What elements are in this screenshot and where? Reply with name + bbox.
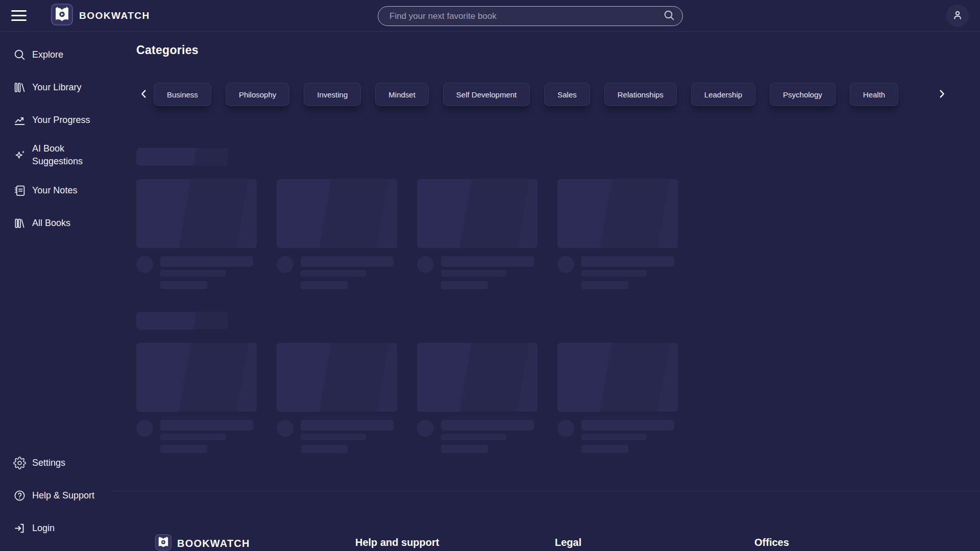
book-card-skeleton — [136, 343, 257, 453]
search-input[interactable] — [389, 11, 663, 21]
login-icon — [13, 521, 26, 535]
section-title-skeleton — [136, 312, 228, 330]
category-chip-leadership[interactable]: Leadership — [691, 83, 755, 106]
sidebar-nav: ExploreYour LibraryYour ProgressAI Book … — [0, 43, 111, 234]
author-avatar-skeleton — [277, 420, 293, 437]
meta-line-skeleton — [160, 445, 207, 453]
skeleton-section — [136, 312, 980, 453]
book-thumbnail-skeleton — [277, 179, 397, 248]
bookwatch-logo-icon — [155, 534, 172, 550]
footer-column-help: Help and support — [355, 534, 555, 548]
subtitle-line-skeleton — [160, 270, 226, 277]
subtitle-line-skeleton — [441, 270, 506, 277]
user-icon — [951, 9, 964, 23]
category-chip-health[interactable]: Health — [850, 83, 898, 106]
gear-icon — [13, 456, 26, 469]
chevron-left-icon — [138, 88, 150, 101]
sidebar-item-settings[interactable]: Settings — [0, 452, 111, 474]
sidebar-item-your-notes[interactable]: Your Notes — [0, 179, 111, 202]
sidebar-item-help-support[interactable]: Help & Support — [0, 484, 111, 507]
library-icon — [13, 81, 26, 94]
meta-line-skeleton — [441, 445, 488, 453]
bookwatch-logo-icon — [51, 4, 73, 28]
book-card-skeleton — [277, 179, 397, 289]
sidebar-item-ai-book-suggestions[interactable]: AI Book Suggestions — [0, 141, 111, 169]
title-line-skeleton — [160, 256, 253, 267]
carousel-left-button[interactable] — [136, 84, 152, 105]
book-card-skeleton — [417, 179, 537, 289]
book-card-skeleton — [557, 343, 678, 453]
footer-heading-legal: Legal — [555, 537, 754, 548]
subtitle-line-skeleton — [581, 270, 647, 277]
section-title-skeleton — [136, 148, 228, 166]
app-root: BOOKWATCH ExploreYour LibraryYour Progre… — [0, 0, 980, 551]
title-line-skeleton — [581, 256, 674, 267]
meta-line-skeleton — [301, 445, 348, 453]
meta-line-skeleton — [581, 281, 628, 289]
sidebar-item-login[interactable]: Login — [0, 517, 111, 539]
sidebar-item-explore[interactable]: Explore — [0, 43, 111, 66]
subtitle-line-skeleton — [581, 434, 647, 440]
book-thumbnail-skeleton — [557, 343, 678, 412]
category-chip-mindset[interactable]: Mindset — [375, 83, 429, 106]
author-avatar-skeleton — [277, 256, 293, 273]
subtitle-line-skeleton — [160, 434, 226, 440]
category-chip-investing[interactable]: Investing — [304, 83, 361, 106]
sparkles-icon — [13, 148, 26, 162]
body-row: ExploreYour LibraryYour ProgressAI Book … — [0, 32, 980, 551]
hamburger-menu-button[interactable] — [11, 8, 29, 23]
loading-sections — [136, 148, 980, 453]
main-content: Categories BusinessPhilosophyInvestingMi… — [111, 32, 980, 551]
meta-line-skeleton — [441, 281, 488, 289]
book-card-skeleton — [417, 343, 537, 453]
notes-icon — [13, 184, 26, 197]
author-avatar-skeleton — [557, 256, 574, 273]
category-chip-psychology[interactable]: Psychology — [770, 83, 836, 106]
search-icon — [13, 48, 26, 61]
book-card-skeleton — [277, 343, 397, 453]
book-thumbnail-skeleton — [136, 179, 257, 248]
author-avatar-skeleton — [417, 420, 434, 437]
book-card-skeleton — [557, 179, 678, 289]
footer-heading-help: Help and support — [355, 537, 555, 548]
book-thumbnail-skeleton — [557, 179, 678, 248]
book-thumbnail-skeleton — [277, 343, 397, 412]
footer-column-offices: Offices — [754, 534, 954, 548]
title-line-skeleton — [441, 420, 534, 431]
carousel-right-button[interactable] — [934, 84, 949, 105]
page-footer: BOOKWATCH Help and support Legal Offices — [111, 491, 980, 550]
author-avatar-skeleton — [136, 256, 153, 273]
page-title: Categories — [136, 43, 980, 57]
footer-inner: BOOKWATCH Help and support Legal Offices — [111, 491, 980, 550]
sidebar: ExploreYour LibraryYour ProgressAI Book … — [0, 32, 111, 551]
sidebar-item-your-library[interactable]: Your Library — [0, 76, 111, 98]
search-bar[interactable] — [378, 6, 683, 26]
footer-brand-logo[interactable]: BOOKWATCH — [155, 534, 355, 550]
category-chip-self-development[interactable]: Self Development — [443, 83, 530, 106]
title-line-skeleton — [160, 420, 253, 431]
sidebar-item-your-progress[interactable]: Your Progress — [0, 109, 111, 131]
sidebar-item-all-books[interactable]: All Books — [0, 212, 111, 234]
chevron-right-icon — [936, 88, 947, 101]
user-avatar-button[interactable] — [946, 5, 969, 27]
top-bar: BOOKWATCH — [0, 0, 980, 32]
title-line-skeleton — [581, 420, 674, 431]
category-chip-sales[interactable]: Sales — [544, 83, 590, 106]
title-line-skeleton — [301, 420, 394, 431]
progress-icon — [13, 113, 26, 127]
category-chip-business[interactable]: Business — [154, 83, 211, 106]
sidebar-bottom-nav: SettingsHelp & SupportLogin — [0, 452, 111, 539]
meta-line-skeleton — [160, 281, 207, 289]
help-icon — [13, 489, 26, 502]
brand-name: BOOKWATCH — [79, 10, 150, 21]
title-line-skeleton — [441, 256, 534, 267]
category-chip-list: BusinessPhilosophyInvestingMindsetSelf D… — [154, 83, 898, 106]
search-icon[interactable] — [663, 9, 675, 23]
category-chip-philosophy[interactable]: Philosophy — [226, 83, 289, 106]
book-thumbnail-skeleton — [417, 343, 537, 412]
category-chip-relationships[interactable]: Relationships — [604, 83, 677, 106]
brand-logo[interactable]: BOOKWATCH — [51, 4, 150, 28]
title-line-skeleton — [301, 256, 394, 267]
book-card-skeleton — [136, 179, 257, 289]
subtitle-line-skeleton — [441, 434, 506, 440]
